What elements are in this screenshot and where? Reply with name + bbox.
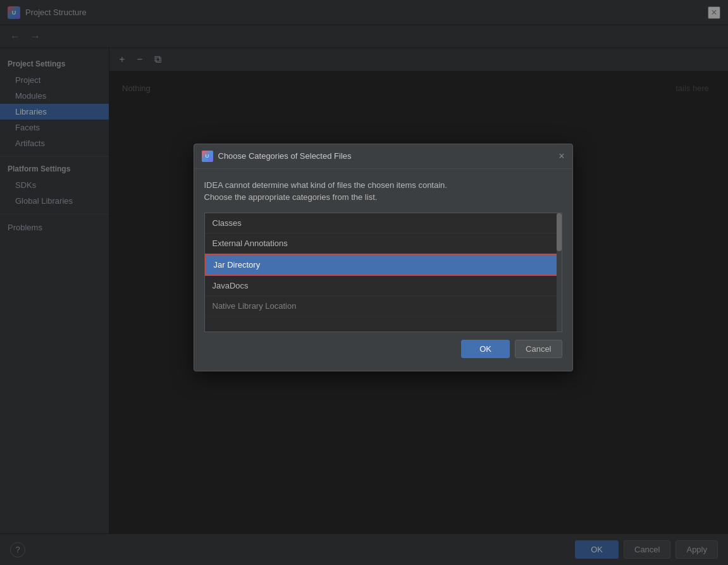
dialog-app-icon: U	[202, 151, 213, 162]
dialog-cancel-button[interactable]: Cancel	[515, 340, 562, 358]
dialog-list-scrollbar[interactable]	[557, 213, 562, 332]
list-item-external-annotations[interactable]: External Annotations	[205, 233, 562, 254]
dialog-title-left: U Choose Categories of Selected Files	[202, 151, 352, 162]
dialog-body: IDEA cannot determine what kind of files…	[194, 169, 572, 371]
dialog-message: IDEA cannot determine what kind of files…	[204, 179, 562, 204]
dialog-title: Choose Categories of Selected Files	[218, 151, 352, 161]
list-item-classes[interactable]: Classes	[205, 213, 562, 233]
dialog-ok-button[interactable]: OK	[461, 340, 510, 358]
choose-categories-dialog: U Choose Categories of Selected Files × …	[194, 144, 573, 371]
dialog-title-bar: U Choose Categories of Selected Files ×	[194, 144, 572, 169]
list-item-javadocs[interactable]: JavaDocs	[205, 276, 562, 296]
list-item-native-library[interactable]: Native Library Location	[205, 296, 562, 316]
dialog-actions: OK Cancel	[204, 332, 562, 361]
dialog-close-button[interactable]: ×	[558, 151, 564, 162]
list-item-jar-directory[interactable]: Jar Directory	[205, 254, 562, 276]
dialog-category-list[interactable]: Classes External Annotations Jar Directo…	[204, 213, 562, 332]
dialog-list-scrollbar-thumb	[557, 213, 562, 251]
dialog-overlay: U Choose Categories of Selected Files × …	[0, 0, 728, 565]
